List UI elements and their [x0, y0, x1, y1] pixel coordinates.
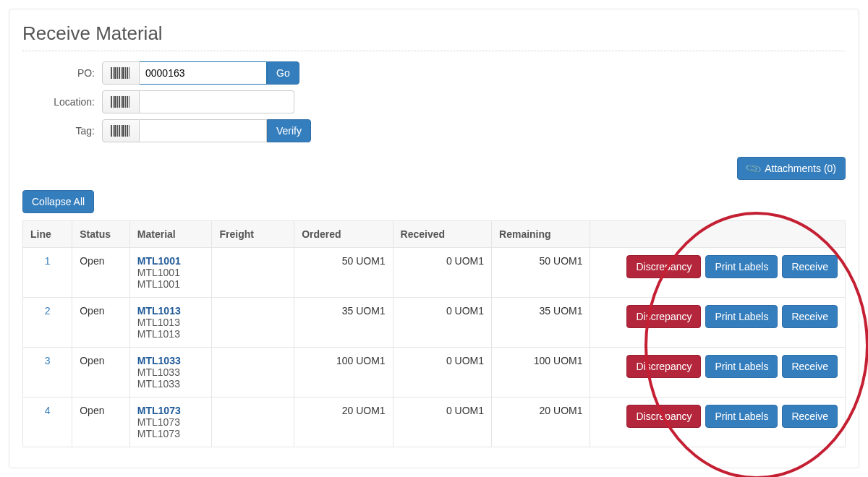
tag-row: Tag: Verify — [51, 119, 846, 142]
print-labels-button[interactable]: Print Labels — [705, 405, 778, 428]
line-link[interactable]: 2 — [45, 305, 51, 317]
status-cell: Open — [72, 398, 130, 447]
po-barcode-button[interactable] — [102, 61, 140, 85]
material-cell: MTL1033 MTL1033 MTL1033 — [129, 348, 212, 398]
material-sub1: MTL1073 — [137, 416, 180, 428]
received-cell: 0 UOM1 — [393, 348, 491, 398]
line-link[interactable]: 1 — [45, 255, 51, 267]
po-label: PO: — [51, 67, 102, 79]
actions-cell: Discrepancy Print Labels Receive — [590, 398, 846, 447]
discrepancy-button[interactable]: Discrepancy — [626, 355, 701, 378]
discrepancy-button[interactable]: Discrepancy — [626, 405, 701, 428]
location-input[interactable] — [140, 90, 294, 113]
freight-cell — [212, 398, 294, 447]
line-link[interactable]: 3 — [45, 355, 51, 366]
ordered-cell: 20 UOM1 — [294, 398, 393, 447]
po-input[interactable] — [140, 61, 267, 85]
barcode-icon — [111, 67, 131, 79]
po-row: PO: Go — [51, 61, 846, 85]
ordered-cell: 50 UOM1 — [294, 248, 393, 298]
col-line: Line — [23, 221, 72, 248]
divider — [22, 51, 846, 51]
freight-cell — [212, 298, 294, 348]
actions-cell: Discrepancy Print Labels Receive — [590, 348, 846, 398]
ordered-cell: 100 UOM1 — [294, 348, 393, 398]
material-cell: MTL1001 MTL1001 MTL1001 — [129, 248, 212, 298]
tag-input[interactable] — [140, 119, 267, 142]
material-sub2: MTL1073 — [137, 428, 180, 439]
discrepancy-button[interactable]: Discrepancy — [626, 305, 701, 328]
paperclip-icon: 📎 — [744, 159, 763, 178]
remaining-cell: 35 UOM1 — [492, 298, 590, 348]
receive-button[interactable]: Receive — [782, 305, 838, 328]
material-cell: MTL1013 MTL1013 MTL1013 — [129, 298, 212, 348]
actions-bar: 📎 Attachments (0) — [22, 157, 846, 180]
material-link[interactable]: MTL1073 — [137, 405, 181, 416]
table-row: 1 Open MTL1001 MTL1001 MTL1001 50 UOM1 0… — [23, 248, 846, 298]
material-sub1: MTL1033 — [137, 366, 180, 378]
collapse-row: Collapse All — [22, 190, 846, 213]
material-sub2: MTL1001 — [137, 278, 180, 290]
print-labels-button[interactable]: Print Labels — [705, 355, 778, 378]
received-cell: 0 UOM1 — [393, 298, 491, 348]
tag-barcode-button[interactable] — [102, 119, 140, 142]
table-row: 4 Open MTL1073 MTL1073 MTL1073 20 UOM1 0… — [23, 398, 846, 447]
receive-button[interactable]: Receive — [782, 255, 838, 278]
received-cell: 0 UOM1 — [393, 248, 491, 298]
material-link[interactable]: MTL1001 — [137, 255, 181, 267]
lines-table: Line Status Material Freight Ordered Rec… — [22, 220, 846, 447]
col-actions — [590, 221, 846, 248]
received-cell: 0 UOM1 — [393, 398, 491, 447]
remaining-cell: 50 UOM1 — [492, 248, 590, 298]
page-title: Receive Material — [22, 22, 846, 45]
actions-cell: Discrepancy Print Labels Receive — [590, 298, 846, 348]
barcode-icon — [111, 96, 131, 108]
remaining-cell: 20 UOM1 — [492, 398, 590, 447]
material-link[interactable]: MTL1033 — [137, 355, 181, 366]
location-label: Location: — [51, 96, 102, 108]
col-status: Status — [72, 221, 130, 248]
freight-cell — [212, 348, 294, 398]
receive-button[interactable]: Receive — [782, 405, 838, 428]
main-panel: Receive Material PO: Go Location: T — [9, 9, 859, 468]
table-row: 2 Open MTL1013 MTL1013 MTL1013 35 UOM1 0… — [23, 298, 846, 348]
tag-label: Tag: — [51, 125, 102, 137]
col-material: Material — [129, 221, 212, 248]
go-button[interactable]: Go — [267, 61, 299, 85]
line-link[interactable]: 4 — [45, 405, 51, 416]
search-form: PO: Go Location: Tag: — [51, 61, 846, 142]
print-labels-button[interactable]: Print Labels — [705, 255, 778, 278]
col-ordered: Ordered — [294, 221, 393, 248]
material-sub1: MTL1001 — [137, 267, 180, 278]
receive-button[interactable]: Receive — [782, 355, 838, 378]
discrepancy-button[interactable]: Discrepancy — [626, 255, 701, 278]
table-header-row: Line Status Material Freight Ordered Rec… — [23, 221, 846, 248]
attachments-button[interactable]: 📎 Attachments (0) — [737, 157, 846, 180]
col-freight: Freight — [212, 221, 294, 248]
material-link[interactable]: MTL1013 — [137, 305, 181, 317]
table-row: 3 Open MTL1033 MTL1033 MTL1033 100 UOM1 … — [23, 348, 846, 398]
print-labels-button[interactable]: Print Labels — [705, 305, 778, 328]
material-sub2: MTL1013 — [137, 328, 180, 340]
material-sub1: MTL1013 — [137, 317, 180, 328]
barcode-icon — [111, 125, 131, 137]
material-sub2: MTL1033 — [137, 378, 180, 390]
status-cell: Open — [72, 248, 130, 298]
freight-cell — [212, 248, 294, 298]
location-barcode-button[interactable] — [102, 90, 140, 113]
status-cell: Open — [72, 298, 130, 348]
collapse-all-button[interactable]: Collapse All — [22, 190, 94, 213]
verify-button[interactable]: Verify — [267, 119, 311, 142]
ordered-cell: 35 UOM1 — [294, 298, 393, 348]
col-remaining: Remaining — [492, 221, 590, 248]
actions-cell: Discrepancy Print Labels Receive — [590, 248, 846, 298]
remaining-cell: 100 UOM1 — [492, 348, 590, 398]
material-cell: MTL1073 MTL1073 MTL1073 — [129, 398, 212, 447]
location-row: Location: — [51, 90, 846, 113]
col-received: Received — [393, 221, 491, 248]
status-cell: Open — [72, 348, 130, 398]
attachments-label: Attachments (0) — [765, 163, 836, 174]
